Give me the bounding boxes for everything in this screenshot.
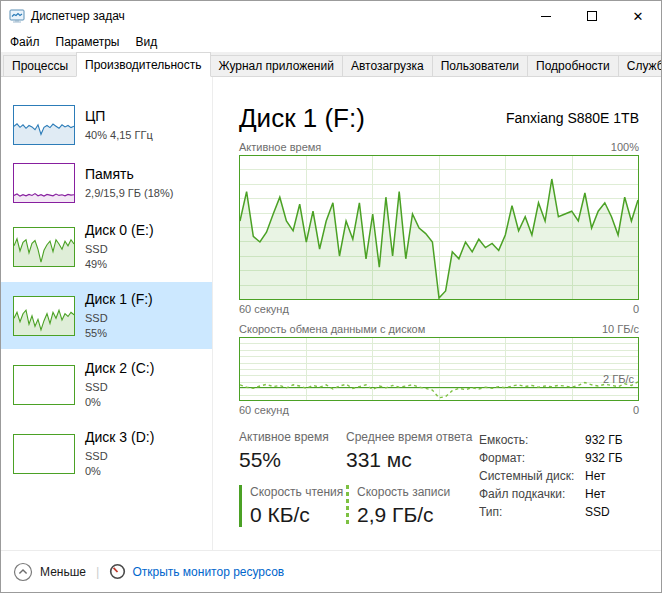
x-axis-left-label: 60 секунд (239, 303, 289, 315)
window-title: Диспетчер задач (31, 9, 125, 23)
sidebar-item-sub: 49% (85, 257, 154, 272)
disk3-mini-chart (13, 434, 75, 474)
tab-services[interactable]: Службы (618, 55, 662, 76)
disk1-mini-chart (13, 296, 75, 336)
resource-monitor-label: Открыть монитор ресурсов (132, 565, 284, 579)
x-axis-left-label: 60 секунд (239, 404, 289, 416)
close-button[interactable]: ✕ (615, 1, 661, 31)
detail-page-file: Файл подкачки: Нет (479, 485, 643, 503)
x-axis-right-label: 0 (633, 303, 639, 315)
content: ЦП 40% 4,15 ГГц Память 2,9/15,9 ГБ (18%)… (1, 77, 661, 550)
scale-line-label: 2 ГБ/с (603, 373, 634, 385)
footer: Меньше | Открыть монитор ресурсов (1, 550, 661, 592)
active-time-chart (239, 155, 639, 300)
cpu-mini-chart (13, 105, 75, 145)
sidebar-item-sub: 55% (85, 326, 153, 341)
resource-monitor-icon (109, 563, 126, 580)
stat-read-speed: Скорость чтения 0 КБ/с (239, 485, 346, 527)
active-time-chart-max: 100% (611, 141, 639, 153)
task-manager-window: Диспетчер задач ✕ Файл Параметры Вид Про… (0, 0, 662, 593)
sidebar-item-sub: 0% (85, 395, 154, 410)
less-details-button[interactable]: Меньше (13, 562, 86, 582)
sidebar-item-sub: 2,9/15,9 ГБ (18%) (85, 186, 173, 201)
stat-avg-response: Среднее время ответа 331 мс (346, 430, 479, 472)
sidebar-item-sub: SSD (85, 380, 154, 395)
disk0-mini-chart (13, 227, 75, 267)
sidebar-item-sub: 0% (85, 464, 154, 479)
detail-format: Формат: 932 ГБ (479, 449, 643, 467)
write-legend-bar (346, 485, 349, 527)
sidebar-item-label: Диск 1 (F:) (85, 290, 153, 308)
sidebar-item-label: Память (85, 165, 173, 183)
performance-sidebar: ЦП 40% 4,15 ГГц Память 2,9/15,9 ГБ (18%)… (1, 77, 213, 550)
memory-mini-chart (13, 163, 75, 203)
less-label: Меньше (40, 565, 86, 579)
sidebar-item-disk2[interactable]: Диск 2 (C:) SSD 0% (1, 351, 212, 418)
tabstrip: Процессы Производительность Журнал прило… (1, 52, 661, 77)
sidebar-item-disk3[interactable]: Диск 3 (D:) SSD 0% (1, 420, 212, 487)
tab-startup[interactable]: Автозагрузка (342, 55, 433, 76)
menu-file[interactable]: Файл (2, 33, 48, 51)
disk-model: Fanxiang S880E 1TB (506, 110, 639, 126)
footer-separator: | (96, 564, 99, 579)
tab-users[interactable]: Пользователи (432, 55, 528, 76)
disk-detail-pane: Диск 1 (F:) Fanxiang S880E 1TB Активное … (213, 77, 661, 550)
menubar: Файл Параметры Вид (1, 31, 661, 52)
open-resource-monitor-link[interactable]: Открыть монитор ресурсов (109, 563, 284, 580)
stat-active-time: Активное время 55% (239, 430, 346, 472)
sidebar-item-sub: SSD (85, 242, 154, 257)
sidebar-item-label: Диск 3 (D:) (85, 428, 154, 446)
sidebar-item-label: ЦП (85, 107, 153, 125)
minimize-icon (541, 16, 551, 17)
menu-options[interactable]: Параметры (48, 33, 128, 51)
disk-stats: Активное время 55% Среднее время ответа … (239, 430, 479, 527)
tab-details[interactable]: Подробности (527, 55, 619, 76)
read-legend-bar (239, 485, 242, 527)
page-title: Диск 1 (F:) (239, 103, 365, 133)
task-manager-icon (9, 8, 25, 24)
window-controls: ✕ (523, 1, 661, 31)
titlebar[interactable]: Диспетчер задач ✕ (1, 1, 661, 31)
close-icon: ✕ (633, 9, 644, 24)
sidebar-item-disk0[interactable]: Диск 0 (E:) SSD 49% (1, 213, 212, 280)
active-time-chart-label: Активное время (239, 141, 321, 153)
detail-system-disk: Системный диск: Нет (479, 467, 643, 485)
sidebar-item-sub: SSD (85, 311, 153, 326)
stat-write-speed: Скорость записи 2,9 ГБ/с (346, 485, 479, 527)
maximize-button[interactable] (569, 1, 615, 31)
detail-capacity: Емкость: 932 ГБ (479, 431, 643, 449)
chevron-up-circle-icon (13, 562, 33, 582)
sidebar-item-label: Диск 0 (E:) (85, 221, 154, 239)
transfer-chart: 2 ГБ/с (239, 337, 639, 401)
menu-view[interactable]: Вид (127, 33, 165, 51)
x-axis-right-label: 0 (633, 404, 639, 416)
sidebar-item-label: Диск 2 (C:) (85, 359, 154, 377)
tab-app-history[interactable]: Журнал приложений (210, 55, 343, 76)
sidebar-item-memory[interactable]: Память 2,9/15,9 ГБ (18%) (1, 155, 212, 211)
detail-type: Тип: SSD (479, 503, 643, 521)
sidebar-item-disk1[interactable]: Диск 1 (F:) SSD 55% (1, 282, 212, 349)
sidebar-item-sub: 40% 4,15 ГГц (85, 128, 153, 143)
transfer-chart-label: Скорость обмена данными с диском (239, 323, 425, 335)
sidebar-item-cpu[interactable]: ЦП 40% 4,15 ГГц (1, 97, 212, 153)
maximize-icon (587, 11, 597, 21)
minimize-button[interactable] (523, 1, 569, 31)
sidebar-item-sub: SSD (85, 449, 154, 464)
disk-details: Емкость: 932 ГБ Формат: 932 ГБ Системный… (479, 430, 643, 527)
tab-processes[interactable]: Процессы (3, 55, 77, 76)
transfer-chart-max: 10 ГБ/с (602, 323, 639, 335)
disk2-mini-chart (13, 365, 75, 405)
tab-performance[interactable]: Производительность (76, 52, 210, 77)
